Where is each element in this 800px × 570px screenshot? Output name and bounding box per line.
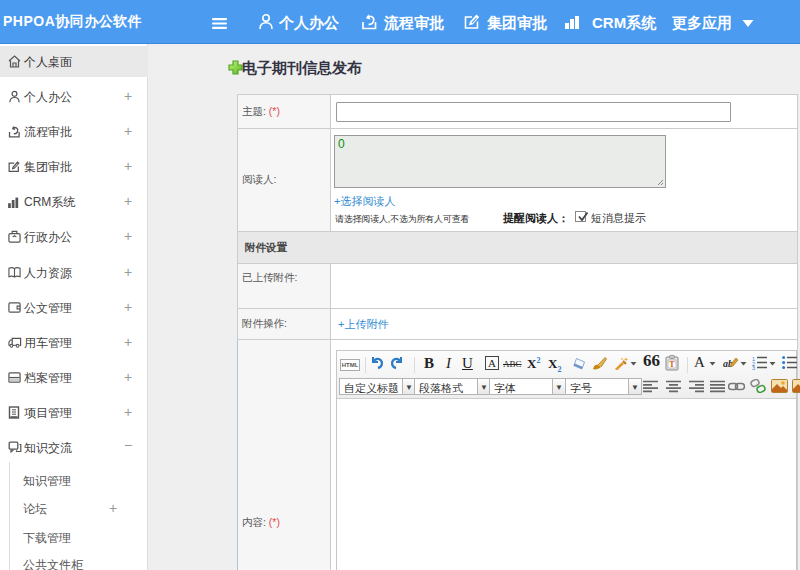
svg-text:T: T (669, 360, 675, 369)
svg-text:3: 3 (752, 365, 755, 370)
